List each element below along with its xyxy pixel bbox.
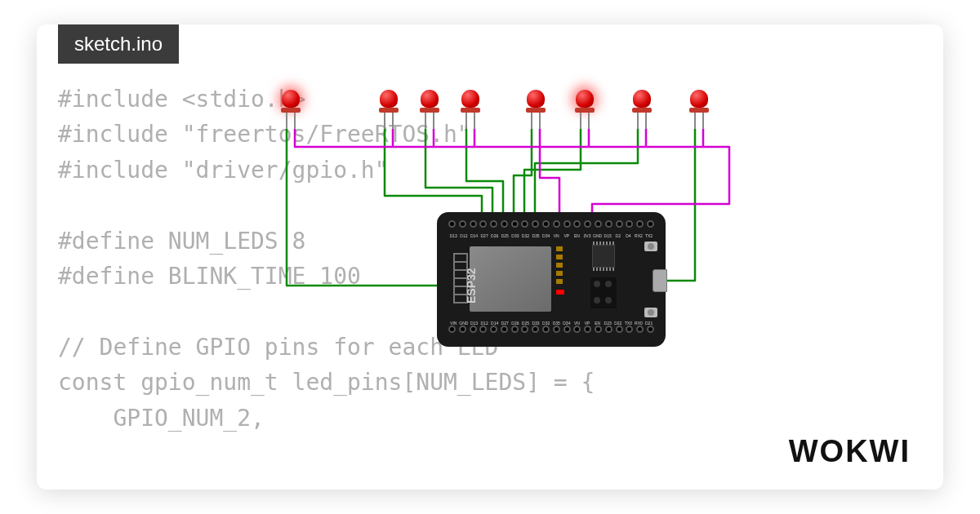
pin-label: D32 [520,233,531,238]
editor-card: sketch.ino #include <stdio.h> #include "… [37,24,943,490]
code-line: const gpio_num_t led_pins[NUM_LEDS] = { [58,369,595,396]
led-3[interactable] [421,90,439,114]
pin-row-top [448,220,654,233]
pin-hole[interactable] [479,220,487,228]
wire-signal [535,129,638,224]
pin-label: D25 [500,233,510,238]
esp32-board[interactable]: D13D12D14D27D26D25D33D32D35D34VNVPEN3V3G… [437,212,666,347]
regulator-icon [590,277,617,308]
led-bulb-icon [461,90,479,108]
micro-usb-port-icon [653,269,667,292]
led-7[interactable] [633,90,651,114]
pin-hole[interactable] [532,326,539,333]
wire-ground [540,129,559,224]
pin-hole[interactable] [479,326,487,333]
pin-hole[interactable] [490,220,497,228]
pin-hole[interactable] [542,220,550,228]
pin-hole[interactable] [470,220,477,228]
pin-hole[interactable] [459,220,466,228]
pin-hole[interactable] [595,326,602,333]
pin-hole[interactable] [584,220,591,228]
led-2[interactable] [380,90,398,114]
wire-signal [466,129,503,224]
pin-hole[interactable] [636,220,644,228]
pin-hole[interactable] [584,326,591,333]
pin-hole[interactable] [542,326,550,333]
logo-text: WOKWI [789,434,911,468]
pin-hole[interactable] [490,326,497,333]
pin-hole[interactable] [448,220,456,228]
pin-label: D26 [489,233,500,238]
reset-button[interactable] [644,241,657,251]
pin-hole[interactable] [459,326,466,333]
pin-hole[interactable] [573,326,581,333]
pin-label: D2 [613,233,624,238]
pin-label: D34 [541,233,551,238]
pin-hole[interactable] [573,220,581,228]
pin-hole[interactable] [553,326,560,333]
usb-serial-chip-icon [592,245,615,268]
pin-label: D13 [448,233,459,238]
pin-label: D12 [459,233,470,238]
wokwi-logo: WOKWI [789,434,911,469]
code-line: #define NUM_LEDS 8 [58,228,305,255]
pin-hole[interactable] [626,220,633,228]
pin-labels-top: D13D12D14D27D26D25D33D32D35D34VNVPEN3V3G… [448,233,654,238]
file-tab[interactable]: sketch.ino [58,24,179,64]
led-4[interactable] [461,90,479,114]
pin-hole[interactable] [521,326,528,333]
pin-label: RX2 [634,233,644,238]
pin-label: TX2 [644,233,654,238]
onboard-led-icon [556,290,564,295]
pin-label: D27 [479,233,490,238]
pin-hole[interactable] [501,326,508,333]
pin-hole[interactable] [616,220,623,228]
pin-hole[interactable] [564,326,571,333]
pin-hole[interactable] [616,326,623,333]
file-tab-label: sketch.ino [74,33,163,55]
pin-hole[interactable] [595,220,602,228]
pin-hole[interactable] [564,220,571,228]
pin-label: GND [592,233,603,238]
pin-hole[interactable] [511,326,519,333]
pin-row-bottom [448,326,654,339]
code-line: #include <stdio.h> [58,86,305,113]
wire-signal [514,129,532,224]
boot-button[interactable] [644,308,657,317]
pin-hole[interactable] [626,326,633,333]
pin-label: D33 [510,233,521,238]
pin-hole[interactable] [521,220,528,228]
pin-hole[interactable] [511,220,519,228]
led-bulb-icon [690,90,708,108]
wire-signal [524,129,581,224]
pin-hole[interactable] [605,326,612,333]
led-bulb-icon [282,90,300,108]
esp32-shield: ESP32 [470,246,551,312]
capacitors-icon [556,246,563,286]
pin-hole[interactable] [647,220,654,228]
circuit-canvas[interactable]: D13D12D14D27D26D25D33D32D35D34VNVPEN3V3G… [282,90,788,351]
pin-hole[interactable] [647,326,654,333]
pin-hole[interactable] [501,220,508,228]
led-1[interactable] [282,90,300,114]
pin-hole[interactable] [605,220,612,228]
led-bulb-icon [633,90,651,108]
pin-label: EN [572,233,582,238]
pin-label: D4 [623,233,634,238]
wire-ground [295,129,729,224]
pin-hole[interactable] [532,220,539,228]
pin-label: VP [562,233,572,238]
pin-label: D14 [469,233,479,238]
led-5[interactable] [527,90,545,114]
led-bulb-icon [527,90,545,108]
pin-hole[interactable] [448,326,456,333]
led-bulb-icon [576,90,594,108]
pin-hole[interactable] [636,326,644,333]
pin-label: D15 [603,233,613,238]
pin-hole[interactable] [470,326,477,333]
code-line: GPIO_NUM_2, [58,405,265,432]
led-6[interactable] [576,90,594,114]
pin-hole[interactable] [553,220,560,228]
led-8[interactable] [690,90,708,114]
led-bulb-icon [421,90,439,108]
